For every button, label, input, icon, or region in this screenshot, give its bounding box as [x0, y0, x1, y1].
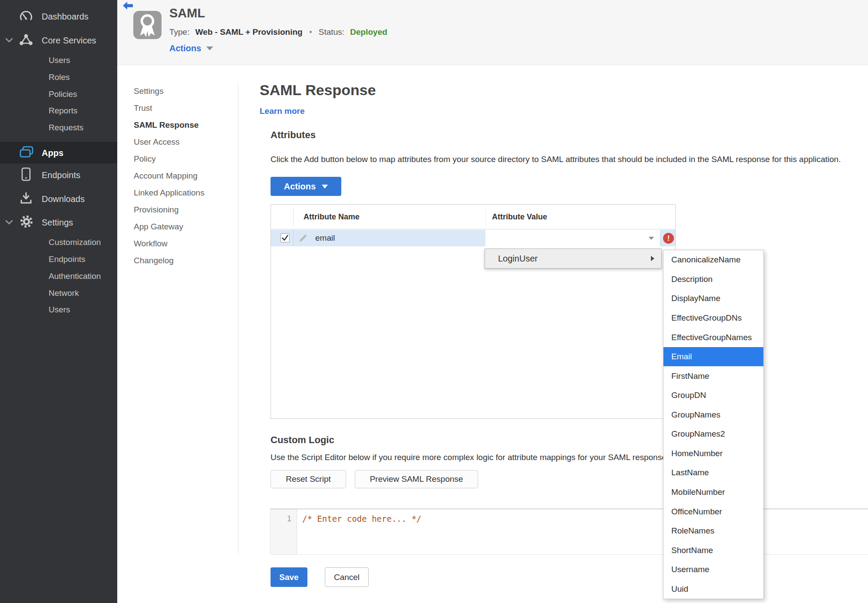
- validation-error-icon: !: [663, 233, 674, 244]
- app-root: Dashboards Core Services Users Roles Pol…: [0, 0, 868, 603]
- reset-script-label: Reset Script: [286, 474, 330, 484]
- sidebar-item-settings-users[interactable]: Users: [0, 303, 117, 317]
- submenu-item-homenumber[interactable]: HomeNumber: [663, 444, 763, 464]
- attribute-name-cell: email: [315, 233, 335, 243]
- attributes-table: Attribute Name Attribute Value email !: [271, 204, 676, 419]
- submenu-item-effectivegroupdns[interactable]: EffectiveGroupDNs: [663, 308, 763, 328]
- sidebar-item-reports[interactable]: Reports: [0, 104, 117, 118]
- sidebar-subitem-label: Requests: [49, 123, 83, 133]
- sidebar: Dashboards Core Services Users Roles Pol…: [0, 0, 117, 603]
- custom-logic-description: Use the Script Editor below if you requi…: [271, 453, 669, 462]
- subnav-item-account-mapping[interactable]: Account Mapping: [134, 167, 231, 184]
- subnav-item-trust[interactable]: Trust: [134, 99, 231, 116]
- column-divider: [293, 230, 294, 246]
- sidebar-item-roles[interactable]: Roles: [0, 70, 117, 84]
- sidebar-item-settings[interactable]: Settings: [0, 215, 117, 229]
- submenu-item-firstname[interactable]: FirstName: [663, 366, 763, 386]
- loginuser-submenu: CanonicalizeName Description DisplayName…: [663, 250, 764, 599]
- submenu-item-officenumber[interactable]: OfficeNumber: [663, 502, 763, 521]
- sidebar-item-label: Downloads: [42, 194, 85, 204]
- submenu-item-lastname[interactable]: LastName: [663, 463, 763, 483]
- subnav-item-settings[interactable]: Settings: [134, 83, 231, 99]
- sidebar-item-network[interactable]: Network: [0, 286, 117, 300]
- reset-script-button[interactable]: Reset Script: [271, 470, 346, 488]
- submenu-item-description[interactable]: Description: [663, 270, 763, 289]
- subnav-item-policy[interactable]: Policy: [134, 150, 231, 167]
- submenu-item-username[interactable]: Username: [663, 560, 763, 580]
- subnav-item-workflow[interactable]: Workflow: [134, 235, 231, 252]
- vertical-divider: [238, 83, 238, 554]
- sidebar-subitem-label: Customization: [49, 238, 101, 247]
- table-row[interactable]: email !: [271, 230, 675, 246]
- submenu-item-canonicalizename[interactable]: CanonicalizeName: [663, 250, 763, 270]
- dashboard-gauge-icon: [19, 10, 33, 23]
- submenu-item-groupnames[interactable]: GroupNames: [663, 405, 763, 425]
- cancel-button[interactable]: Cancel: [325, 567, 369, 587]
- back-arrow-icon[interactable]: [122, 1, 134, 13]
- subnav-item-saml-response[interactable]: SAML Response: [134, 116, 231, 133]
- cancel-label: Cancel: [334, 573, 360, 582]
- attributes-description: Click the Add button below to map attrib…: [271, 155, 841, 164]
- subnav-item-user-access[interactable]: User Access: [134, 133, 231, 150]
- sidebar-item-requests[interactable]: Requests: [0, 121, 117, 135]
- sidebar-subitem-label: Network: [49, 288, 79, 298]
- subnav-item-linked-applications[interactable]: Linked Applications: [134, 184, 231, 201]
- preview-saml-label: Preview SAML Response: [370, 474, 463, 484]
- sidebar-item-downloads[interactable]: Downloads: [0, 192, 117, 206]
- preview-saml-response-button[interactable]: Preview SAML Response: [355, 470, 478, 488]
- save-button[interactable]: Save: [271, 567, 307, 587]
- sidebar-item-apps-active[interactable]: Apps: [0, 142, 117, 163]
- sidebar-item-settings-endpoints[interactable]: Endpoints: [0, 252, 117, 266]
- submenu-item-effectivegroupnames[interactable]: EffectiveGroupNames: [663, 328, 763, 347]
- sidebar-item-policies[interactable]: Policies: [0, 87, 117, 101]
- sidebar-item-label: Endpoints: [42, 170, 80, 180]
- submenu-item-uuid[interactable]: Uuid: [663, 580, 763, 599]
- learn-more-link[interactable]: Learn more: [260, 106, 304, 116]
- triangle-down-icon: [206, 46, 213, 50]
- sidebar-subitem-label: Roles: [49, 73, 70, 82]
- core-services-icon: [19, 33, 33, 48]
- attribute-value-dropdown[interactable]: [485, 230, 660, 246]
- sidebar-item-core-services[interactable]: Core Services: [0, 33, 117, 47]
- submenu-item-shortname[interactable]: ShortName: [663, 540, 763, 560]
- submenu-item-groupnames2[interactable]: GroupNames2: [663, 424, 763, 444]
- submenu-item-mobilenumber[interactable]: MobileNumber: [663, 483, 763, 502]
- attributes-heading: Attributes: [271, 129, 316, 141]
- download-icon: [19, 192, 33, 206]
- sidebar-subitem-label: Authentication: [49, 272, 101, 281]
- dot-separator: •: [309, 27, 312, 36]
- script-editor[interactable]: 1 /* Enter code here... */: [270, 509, 868, 555]
- value-menu-loginuser[interactable]: LoginUser: [485, 248, 662, 268]
- submenu-item-rolenames[interactable]: RoleNames: [663, 521, 763, 541]
- subnav-item-app-gateway[interactable]: App Gateway: [134, 218, 231, 235]
- type-label: Type:: [169, 27, 189, 36]
- header-actions-menu[interactable]: Actions: [169, 43, 213, 53]
- chevron-down-icon: [5, 36, 13, 44]
- sidebar-item-authentication[interactable]: Authentication: [0, 269, 117, 283]
- sidebar-item-customization[interactable]: Customization: [0, 235, 117, 249]
- sidebar-subitem-label: Reports: [49, 106, 78, 116]
- sidebar-item-label: Settings: [42, 218, 73, 228]
- row-checkbox[interactable]: [281, 233, 290, 242]
- custom-logic-heading: Custom Logic: [271, 434, 334, 446]
- submenu-item-groupdn[interactable]: GroupDN: [663, 386, 763, 405]
- app-subnav: Settings Trust SAML Response User Access…: [134, 83, 231, 269]
- attributes-actions-button[interactable]: Actions: [271, 177, 341, 196]
- sidebar-item-endpoints[interactable]: Endpoints: [0, 168, 117, 182]
- chevron-down-icon: [5, 219, 13, 226]
- submenu-item-displayname[interactable]: DisplayName: [663, 289, 763, 308]
- edit-pencil-icon[interactable]: [298, 233, 308, 245]
- column-divider: [293, 208, 294, 226]
- submenu-item-email-selected[interactable]: Email: [663, 347, 763, 367]
- apps-icon: [19, 146, 34, 160]
- subnav-item-provisioning[interactable]: Provisioning: [134, 201, 231, 218]
- table-header: Attribute Name Attribute Value: [271, 205, 675, 229]
- column-header-attribute-value: Attribute Value: [492, 212, 547, 222]
- sidebar-item-dashboards[interactable]: Dashboards: [0, 10, 117, 23]
- sidebar-item-users[interactable]: Users: [0, 53, 117, 67]
- submenu-arrow-icon: [651, 256, 654, 261]
- subnav-item-changelog[interactable]: Changelog: [134, 252, 231, 269]
- editor-code[interactable]: /* Enter code here... */: [302, 514, 422, 523]
- app-meta: Type: Web - SAML + Provisioning • Status…: [169, 27, 387, 37]
- sidebar-subitem-label: Policies: [49, 89, 77, 99]
